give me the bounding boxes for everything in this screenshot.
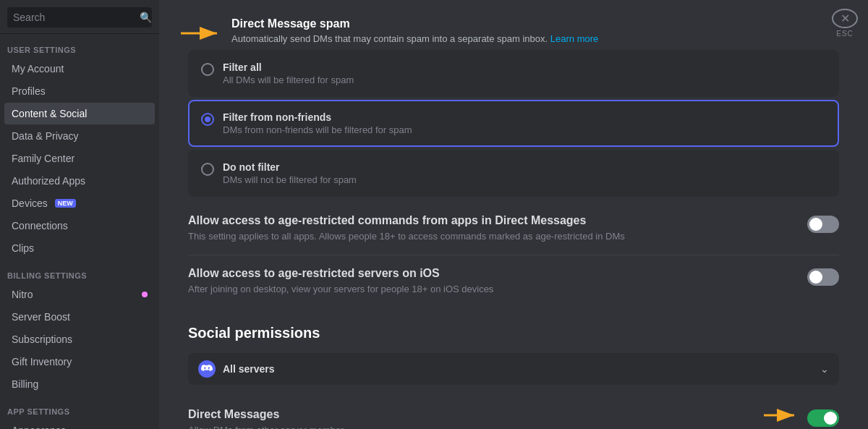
sidebar-item-profiles[interactable]: Profiles xyxy=(4,80,155,102)
radio-desc: All DMs will be filtered for spam xyxy=(223,75,354,85)
new-badge: NEW xyxy=(55,199,76,208)
social-toggle-row-direct-messages: Direct MessagesAllow DMs from other serv… xyxy=(188,396,839,429)
toggle-title: Allow access to age-restricted servers o… xyxy=(188,267,493,280)
radio-card-do-not-filter[interactable]: Do not filterDMs will not be filtered fo… xyxy=(188,150,839,197)
server-selector[interactable]: All servers ⌄ xyxy=(188,353,839,385)
social-toggle-title: Direct Messages xyxy=(188,408,344,421)
toggle-switch-age-restricted-ios[interactable] xyxy=(807,268,839,286)
toggle-row-age-restricted-ios: Allow access to age-restricted servers o… xyxy=(188,255,839,307)
toggle-knob xyxy=(809,218,822,231)
toggle-row-age-restricted-commands: Allow access to age-restricted commands … xyxy=(188,203,839,255)
toggle-desc: This setting applies to all apps. Allows… xyxy=(188,230,625,243)
radio-desc: DMs will not be filtered for spam xyxy=(223,174,357,185)
sidebar-item-label: Appearance xyxy=(12,425,67,429)
arrow-indicator-toggle xyxy=(764,407,800,424)
sidebar-item-content-social[interactable]: Content & Social xyxy=(4,103,155,124)
chevron-down-icon: ⌄ xyxy=(820,363,829,375)
sidebar-item-clips[interactable]: Clips xyxy=(4,237,155,259)
sidebar-item-devices[interactable]: DevicesNEW xyxy=(4,192,155,214)
toggle-desc: After joining on desktop, view your serv… xyxy=(188,283,493,296)
radio-desc: DMs from non-friends will be filtered fo… xyxy=(223,124,412,135)
toggle-switch-age-restricted-commands[interactable] xyxy=(807,216,839,233)
sidebar-item-label: Authorized Apps xyxy=(12,175,85,187)
sidebar-item-label: My Account xyxy=(12,63,64,75)
social-toggle-rows: Direct MessagesAllow DMs from other serv… xyxy=(188,396,839,429)
spam-learn-more-link[interactable]: Learn more xyxy=(550,33,598,44)
sidebar-item-appearance[interactable]: Appearance xyxy=(4,420,155,429)
sidebar-item-label: Billing xyxy=(12,378,38,390)
toggle-text: Allow access to age-restricted commands … xyxy=(188,214,625,243)
social-toggle-text: Direct MessagesAllow DMs from other serv… xyxy=(188,408,344,429)
search-icon: 🔍 xyxy=(140,12,152,23)
sidebar-item-label: Data & Privacy xyxy=(12,130,79,142)
check-mark: ✓ xyxy=(829,412,836,422)
social-permissions-heading: Social permissions xyxy=(188,325,839,341)
radio-circle xyxy=(201,113,214,126)
spam-desc: Automatically send DMs that may contain … xyxy=(231,33,839,44)
radio-content: Filter from non-friendsDMs from non-frie… xyxy=(223,111,412,135)
sidebar-item-nitro[interactable]: Nitro xyxy=(4,284,155,305)
sidebar-item-label: Gift Inventory xyxy=(12,356,72,368)
toggle-knob xyxy=(809,271,822,284)
sidebar-section-label: BILLING SETTINGS xyxy=(0,260,159,283)
arrow-indicator-spam xyxy=(181,23,224,43)
sidebar-item-label: Clips xyxy=(12,242,34,254)
search-box: 🔍 xyxy=(0,0,159,34)
sidebar-item-gift-inventory[interactable]: Gift Inventory xyxy=(4,351,155,373)
sidebar-item-label: Connections xyxy=(12,220,68,232)
spam-header: Direct Message spam Automatically send D… xyxy=(231,17,839,44)
social-toggle-switch-direct-messages[interactable]: ✓ xyxy=(807,409,839,427)
sidebar-item-my-account[interactable]: My Account xyxy=(4,58,155,80)
radio-title: Filter all xyxy=(223,61,354,73)
sidebar-item-label: Devices xyxy=(12,197,48,209)
radio-content: Do not filterDMs will not be filtered fo… xyxy=(223,161,357,185)
server-icon xyxy=(198,360,216,378)
toggle-title: Allow access to age-restricted commands … xyxy=(188,214,625,227)
toggle-text: Allow access to age-restricted servers o… xyxy=(188,267,493,296)
sidebar-item-connections[interactable]: Connections xyxy=(4,215,155,237)
sidebar-item-label: Server Boost xyxy=(12,311,70,323)
sidebar-item-label: Profiles xyxy=(12,85,46,97)
main-content: ✕ ESC Direct Message spam Automatically … xyxy=(159,0,868,429)
sidebar-item-label: Subscriptions xyxy=(12,334,72,345)
sidebar-item-label: Nitro xyxy=(12,289,33,300)
sidebar-item-server-boost[interactable]: Server Boost xyxy=(4,306,155,328)
radio-card-filter-all[interactable]: Filter allAll DMs will be filtered for s… xyxy=(188,50,839,97)
server-name: All servers xyxy=(223,363,813,375)
search-input[interactable] xyxy=(13,12,140,23)
social-toggle-desc: Allow DMs from other server member xyxy=(188,424,344,429)
toggle-rows: Allow access to age-restricted commands … xyxy=(188,203,839,307)
search-input-wrap[interactable]: 🔍 xyxy=(7,7,152,27)
sidebar-sections: USER SETTINGSMy AccountProfilesContent &… xyxy=(0,34,159,429)
sidebar-item-data-privacy[interactable]: Data & Privacy xyxy=(4,125,155,147)
radio-cards: Filter allAll DMs will be filtered for s… xyxy=(188,50,839,197)
sidebar: 🔍 USER SETTINGSMy AccountProfilesContent… xyxy=(0,0,159,429)
content-wrapper: Direct Message spam Automatically send D… xyxy=(188,17,839,429)
sidebar-section-label: APP SETTINGS xyxy=(0,396,159,419)
radio-circle xyxy=(201,163,214,176)
sidebar-item-billing[interactable]: Billing xyxy=(4,373,155,395)
radio-card-filter-non-friends[interactable]: Filter from non-friendsDMs from non-frie… xyxy=(188,100,839,147)
radio-content: Filter allAll DMs will be filtered for s… xyxy=(223,61,354,85)
sidebar-item-label: Family Center xyxy=(12,153,75,164)
sidebar-item-family-center[interactable]: Family Center xyxy=(4,148,155,169)
sidebar-item-authorized-apps[interactable]: Authorized Apps xyxy=(4,170,155,192)
sidebar-section-label: USER SETTINGS xyxy=(0,34,159,57)
sidebar-item-subscriptions[interactable]: Subscriptions xyxy=(4,328,155,350)
radio-title: Filter from non-friends xyxy=(223,111,412,123)
radio-circle xyxy=(201,63,214,76)
sidebar-item-label: Content & Social xyxy=(12,108,87,119)
nitro-dot xyxy=(142,292,148,297)
spam-title: Direct Message spam xyxy=(231,17,839,30)
radio-title: Do not filter xyxy=(223,161,357,173)
